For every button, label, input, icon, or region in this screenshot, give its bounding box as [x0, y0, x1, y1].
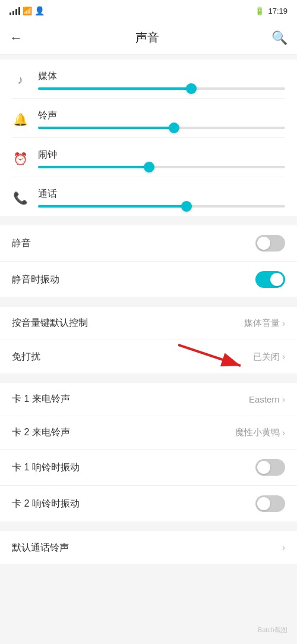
- sim2-vibrate-toggle-thumb: [257, 497, 270, 510]
- default-call-ringtone-value: ›: [282, 542, 285, 553]
- ringtone-track[interactable]: [38, 127, 285, 129]
- link-settings-section: 按音量键默认控制 媒体音量 › 免打扰 已关闭 ›: [0, 307, 297, 373]
- media-slider-content: 媒体: [38, 70, 285, 90]
- ringtone-slider-content: 铃声: [38, 109, 285, 129]
- page-title: 声音: [135, 30, 159, 46]
- vibrate-silent-toggle[interactable]: [255, 271, 285, 288]
- ringtone-icon: 🔔: [12, 112, 29, 127]
- dnd-value: 已关闭 ›: [253, 351, 285, 363]
- ringtone-label: 铃声: [38, 109, 285, 122]
- sim1-ringtone-row[interactable]: 卡 1 来电铃声 Eastern ›: [0, 383, 297, 416]
- status-bar: 📶 👤 🔋 17:19: [0, 0, 297, 21]
- status-right: 🔋 17:19: [255, 7, 287, 15]
- call-label: 通话: [38, 188, 285, 200]
- signal-icon: [10, 7, 20, 15]
- sim2-ringtone-chevron: ›: [282, 428, 285, 438]
- alarm-track[interactable]: [38, 166, 285, 168]
- dnd-row[interactable]: 免打扰 已关闭 ›: [0, 340, 297, 373]
- silent-toggle-thumb: [257, 237, 270, 250]
- silent-row[interactable]: 静音: [0, 225, 297, 262]
- vibrate-silent-row[interactable]: 静音时振动: [0, 262, 297, 297]
- alarm-label: 闹钟: [38, 149, 285, 161]
- ringtone-slider-row: 🔔 铃声: [12, 99, 285, 138]
- toggle-settings-section: 静音 静音时振动: [0, 225, 297, 297]
- call-icon: 📞: [12, 191, 29, 205]
- call-thumb[interactable]: [181, 201, 192, 212]
- call-track[interactable]: [38, 205, 285, 208]
- sim1-vibrate-label: 卡 1 响铃时振动: [12, 461, 80, 474]
- call-fill: [38, 205, 187, 208]
- alarm-slider-content: 闹钟: [38, 149, 285, 168]
- ringtone-thumb[interactable]: [169, 122, 179, 133]
- sim2-ringtone-row[interactable]: 卡 2 来电铃声 魔性小黄鸭 ›: [0, 416, 297, 450]
- call-slider-content: 通话: [38, 188, 285, 208]
- default-call-ringtone-row[interactable]: 默认通话铃声 ›: [0, 531, 297, 564]
- divider-4: [0, 522, 297, 526]
- svg-line-1: [178, 345, 241, 366]
- alarm-slider-row: ⏰ 闹钟: [12, 138, 285, 177]
- media-track[interactable]: [38, 87, 285, 90]
- dnd-label: 免打扰: [12, 351, 40, 363]
- volume-key-row[interactable]: 按音量键默认控制 媒体音量 ›: [0, 307, 297, 340]
- alarm-fill: [38, 166, 149, 168]
- alarm-icon: ⏰: [12, 152, 29, 166]
- sim1-vibrate-toggle-thumb: [257, 461, 270, 474]
- divider-1: [0, 216, 297, 221]
- sim2-vibrate-row[interactable]: 卡 2 响铃时振动: [0, 486, 297, 522]
- sim1-ringtone-value: Eastern ›: [249, 394, 285, 405]
- wifi-icon: 📶: [23, 7, 32, 15]
- back-button[interactable]: ←: [10, 30, 23, 46]
- alarm-thumb[interactable]: [144, 162, 154, 172]
- vibrate-silent-label: 静音时振动: [12, 274, 59, 286]
- sim2-ringtone-value: 魔性小黄鸭 ›: [235, 427, 285, 438]
- volume-key-value: 媒体音量 ›: [244, 318, 285, 329]
- sim2-vibrate-toggle[interactable]: [255, 495, 285, 512]
- silent-label: 静音: [12, 237, 31, 250]
- sim2-ringtone-label: 卡 2 来电铃声: [12, 426, 70, 439]
- battery-icon: 🔋: [255, 7, 264, 15]
- search-button[interactable]: 🔍: [271, 30, 287, 46]
- sim2-vibrate-label: 卡 2 响铃时振动: [12, 498, 80, 510]
- media-slider-row: ♪ 媒体: [12, 59, 285, 99]
- default-call-ringtone-chevron: ›: [282, 542, 285, 553]
- sim1-ringtone-chevron: ›: [282, 394, 285, 405]
- ringtone-settings-section: 卡 1 来电铃声 Eastern › 卡 2 来电铃声 魔性小黄鸭 › 卡 1 …: [0, 383, 297, 522]
- dnd-chevron: ›: [282, 351, 285, 362]
- sliders-section: ♪ 媒体 🔔 铃声 ⏰ 闹钟 �: [0, 59, 297, 216]
- divider-3: [0, 373, 297, 378]
- sim1-vibrate-row[interactable]: 卡 1 响铃时振动: [0, 450, 297, 486]
- media-icon: ♪: [12, 73, 29, 87]
- media-label: 媒体: [38, 70, 285, 83]
- divider-2: [0, 297, 297, 302]
- ringtone-fill: [38, 127, 174, 129]
- account-icon: 👤: [34, 6, 45, 15]
- volume-key-chevron: ›: [282, 318, 285, 329]
- silent-toggle[interactable]: [255, 235, 285, 252]
- time-display: 17:19: [268, 7, 287, 15]
- watermark: Batch截图: [258, 626, 287, 634]
- top-nav: ← 声音 🔍: [0, 21, 297, 55]
- more-settings-section: 默认通话铃声 ›: [0, 531, 297, 564]
- volume-key-label: 按音量键默认控制: [12, 317, 88, 329]
- default-call-ringtone-label: 默认通话铃声: [12, 542, 69, 554]
- status-left: 📶 👤: [10, 6, 45, 15]
- sim1-vibrate-toggle[interactable]: [255, 459, 285, 476]
- media-thumb[interactable]: [186, 83, 197, 94]
- media-fill: [38, 87, 191, 90]
- vibrate-silent-toggle-thumb: [270, 273, 283, 286]
- call-slider-row: 📞 通话: [12, 177, 285, 216]
- sim1-ringtone-label: 卡 1 来电铃声: [12, 393, 70, 406]
- red-arrow-icon: [178, 342, 255, 372]
